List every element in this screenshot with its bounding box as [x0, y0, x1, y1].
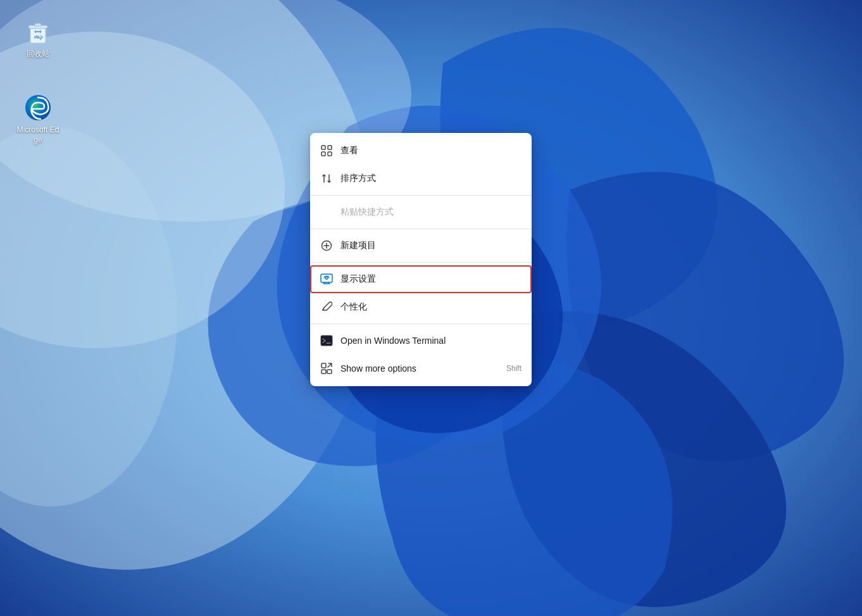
svg-rect-11 — [322, 152, 325, 156]
desktop-icon-microsoft-edge[interactable]: Microsoft Edge — [13, 89, 63, 149]
svg-rect-19 — [327, 370, 332, 374]
sort-label: 排序方式 — [340, 173, 522, 184]
menu-item-new[interactable]: 新建项目 — [310, 232, 532, 260]
svg-rect-18 — [322, 370, 326, 374]
svg-point-8 — [25, 95, 51, 120]
more-options-shortcut: Shift — [506, 364, 522, 373]
pencil-icon — [320, 301, 333, 313]
display-label: 显示设置 — [340, 273, 522, 285]
svg-rect-7 — [35, 23, 41, 26]
recycle-bin-label: 回收站 — [27, 49, 49, 60]
edge-label: Microsoft Edge — [16, 125, 59, 145]
menu-item-paste-shortcut[interactable]: 粘贴快捷方式 — [310, 198, 532, 226]
separator-1 — [310, 195, 532, 196]
terminal-icon — [320, 334, 333, 347]
menu-item-display[interactable]: 显示设置 — [310, 265, 532, 293]
edge-icon — [23, 92, 53, 123]
svg-rect-9 — [322, 146, 325, 149]
plus-circle-icon — [320, 239, 333, 252]
paste-shortcut-label: 粘贴快捷方式 — [340, 206, 522, 218]
menu-item-sort[interactable]: 排序方式 — [310, 165, 532, 192]
separator-2 — [310, 229, 532, 229]
expand-icon — [320, 362, 333, 375]
menu-item-view[interactable]: 查看 — [310, 137, 532, 165]
grid-icon — [320, 144, 333, 157]
display-icon — [320, 273, 333, 286]
terminal-label: Open in Windows Terminal — [340, 336, 522, 346]
recycle-bin-icon — [23, 16, 53, 47]
menu-item-terminal[interactable]: Open in Windows Terminal — [310, 327, 532, 355]
new-label: 新建项目 — [340, 240, 522, 251]
paste-icon — [320, 206, 333, 218]
desktop-icon-recycle-bin[interactable]: 回收站 — [13, 13, 63, 63]
personalize-label: 个性化 — [340, 301, 522, 313]
context-menu: 查看 排序方式 粘贴快捷方式 新建项目 — [310, 133, 532, 386]
sort-icon — [320, 172, 333, 185]
separator-3 — [310, 262, 532, 263]
menu-item-more-options[interactable]: Show more options Shift — [310, 355, 532, 382]
svg-rect-16 — [321, 336, 332, 346]
more-options-label: Show more options — [340, 363, 499, 374]
svg-rect-17 — [322, 363, 326, 368]
svg-rect-10 — [328, 146, 332, 149]
menu-item-personalize[interactable]: 个性化 — [310, 293, 532, 321]
view-label: 查看 — [340, 145, 522, 156]
svg-point-15 — [325, 277, 328, 279]
svg-rect-12 — [328, 152, 332, 156]
separator-4 — [310, 324, 532, 324]
